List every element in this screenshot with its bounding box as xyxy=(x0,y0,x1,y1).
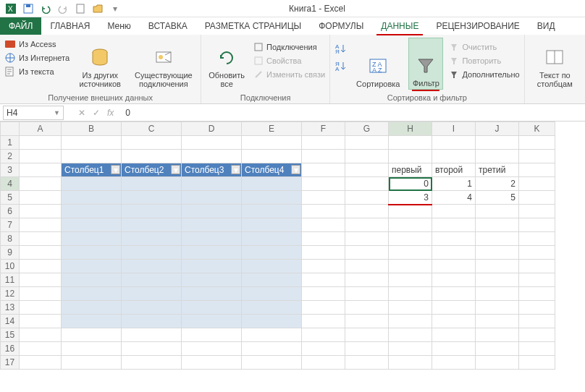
col-B[interactable]: B xyxy=(62,122,122,136)
tab-menu[interactable]: Меню xyxy=(98,17,139,35)
col-H[interactable]: H xyxy=(389,122,432,136)
new-doc-icon[interactable] xyxy=(74,2,87,15)
worksheet-grid[interactable]: A B C D E F G H I J K 1 2 3 Столбец1▾ Ст… xyxy=(0,122,555,370)
cell-H5[interactable]: 3 xyxy=(389,191,432,205)
row-8[interactable]: 8 xyxy=(1,232,20,246)
row-17[interactable]: 17 xyxy=(1,356,20,370)
cell-J3[interactable]: третий xyxy=(476,163,519,177)
row-11[interactable]: 11 xyxy=(1,273,20,287)
open-icon[interactable] xyxy=(91,2,104,15)
advanced-filter-button[interactable]: Дополнительно xyxy=(449,68,519,81)
row-14[interactable]: 14 xyxy=(1,315,20,328)
tab-home[interactable]: ГЛАВНАЯ xyxy=(41,17,98,35)
row-12[interactable]: 12 xyxy=(1,287,20,301)
svg-rect-3 xyxy=(26,4,30,7)
row-15[interactable]: 15 xyxy=(1,328,20,342)
from-other-button[interactable]: Из других источников xyxy=(75,38,125,90)
properties-button: Свойства xyxy=(253,54,325,67)
col-G[interactable]: G xyxy=(345,122,389,136)
from-access-button[interactable]: Из Access xyxy=(4,38,70,51)
ribbon-tabs: ФАЙЛ ГЛАВНАЯ Меню ВСТАВКА РАЗМЕТКА СТРАН… xyxy=(0,17,585,35)
cell-I4[interactable]: 1 xyxy=(432,177,476,191)
filter-drop-icon[interactable]: ▾ xyxy=(291,165,300,174)
filter-button[interactable]: Фильтр xyxy=(408,38,443,90)
cell-J5[interactable]: 5 xyxy=(476,191,519,205)
existing-conn-button[interactable]: Существующие подключения xyxy=(130,38,196,90)
tab-data[interactable]: ДАННЫЕ xyxy=(372,17,427,35)
sort-button[interactable]: Z AA Z Сортировка xyxy=(353,38,403,90)
tab-view[interactable]: ВИД xyxy=(529,17,564,35)
filter-label: Фильтр xyxy=(413,79,439,88)
database-icon xyxy=(88,46,111,69)
name-box[interactable]: H4▼ xyxy=(3,106,64,120)
sort-desc-button[interactable]: ЯA xyxy=(334,59,348,72)
table-header-4[interactable]: Столбец4▾ xyxy=(242,163,302,177)
svg-text:A Z: A Z xyxy=(372,67,382,74)
save-icon[interactable] xyxy=(22,2,35,15)
th4-label: Столбец4 xyxy=(245,165,284,175)
cell-H3[interactable]: первый xyxy=(389,163,432,177)
row-13[interactable]: 13 xyxy=(1,301,20,315)
tab-formulas[interactable]: ФОРМУЛЫ xyxy=(310,17,372,35)
undo-icon[interactable] xyxy=(39,2,52,15)
svg-point-10 xyxy=(159,55,163,59)
tab-insert[interactable]: ВСТАВКА xyxy=(140,17,196,35)
filter-drop-icon[interactable]: ▾ xyxy=(231,165,240,174)
sort-label: Сортировка xyxy=(356,80,400,88)
col-I[interactable]: I xyxy=(432,122,476,136)
row-1[interactable]: 1 xyxy=(1,136,20,150)
row-7[interactable]: 7 xyxy=(1,218,20,232)
properties-label: Свойства xyxy=(266,56,301,65)
connections-button[interactable]: Подключения xyxy=(253,41,325,54)
col-J[interactable]: J xyxy=(476,122,519,136)
row-9[interactable]: 9 xyxy=(1,246,20,260)
table-header-1[interactable]: Столбец1▾ xyxy=(62,163,122,177)
tab-review[interactable]: РЕЦЕНЗИРОВАНИЕ xyxy=(427,17,528,35)
cell-J4[interactable]: 2 xyxy=(476,177,519,191)
svg-rect-4 xyxy=(77,4,84,13)
refresh-all-button[interactable]: Обновить все xyxy=(206,38,248,90)
row-10[interactable]: 10 xyxy=(1,260,20,273)
ribbon: Из Access Из Интернета Из текста Из друг… xyxy=(0,35,585,104)
filter-drop-icon[interactable]: ▾ xyxy=(171,165,180,174)
advanced-label: Дополнительно xyxy=(462,70,519,79)
name-box-value: H4 xyxy=(7,108,17,118)
row-4[interactable]: 4 xyxy=(1,177,20,191)
group-getdata-label: Получение внешних данных xyxy=(4,93,196,102)
sort-asc-button[interactable]: AЯ xyxy=(334,42,348,55)
formula-input[interactable]: 0 xyxy=(119,108,585,118)
row-5[interactable]: 5 xyxy=(1,191,20,205)
col-K[interactable]: K xyxy=(519,122,555,136)
filter-drop-icon[interactable]: ▾ xyxy=(111,165,120,174)
cell-I5[interactable]: 4 xyxy=(432,191,476,205)
cell-H4[interactable]: 0 xyxy=(389,177,432,191)
row-3[interactable]: 3 xyxy=(1,163,20,177)
refresh-all-label: Обновить все xyxy=(209,71,245,88)
qat-more-icon[interactable]: ▾ xyxy=(109,2,122,15)
from-web-label: Из Интернета xyxy=(19,54,70,62)
from-web-button[interactable]: Из Интернета xyxy=(4,51,70,64)
col-D[interactable]: D xyxy=(182,122,242,136)
text-to-columns-button[interactable]: Текст по столбцам xyxy=(529,38,581,90)
col-F[interactable]: F xyxy=(302,122,345,136)
tab-pagelayout[interactable]: РАЗМЕТКА СТРАНИЦЫ xyxy=(196,17,311,35)
table-header-3[interactable]: Столбец3▾ xyxy=(182,163,242,177)
cell-I3[interactable]: второй xyxy=(432,163,476,177)
select-all[interactable] xyxy=(1,122,20,136)
from-text-button[interactable]: Из текста xyxy=(4,65,70,78)
fx-icon[interactable]: fx xyxy=(107,108,114,118)
col-E[interactable]: E xyxy=(242,122,302,136)
col-A[interactable]: A xyxy=(20,122,62,136)
row-6[interactable]: 6 xyxy=(1,205,20,218)
col-C[interactable]: C xyxy=(122,122,182,136)
table-header-2[interactable]: Столбец2▾ xyxy=(122,163,182,177)
svg-rect-12 xyxy=(255,57,262,64)
tab-file[interactable]: ФАЙЛ xyxy=(0,17,41,35)
row-16[interactable]: 16 xyxy=(1,342,20,356)
chevron-down-icon[interactable]: ▼ xyxy=(54,109,60,116)
svg-text:Я: Я xyxy=(335,48,340,54)
sort-icon: Z AA Z xyxy=(366,55,390,78)
svg-rect-5 xyxy=(5,41,15,48)
redo-icon[interactable] xyxy=(56,2,70,15)
row-2[interactable]: 2 xyxy=(1,150,20,163)
